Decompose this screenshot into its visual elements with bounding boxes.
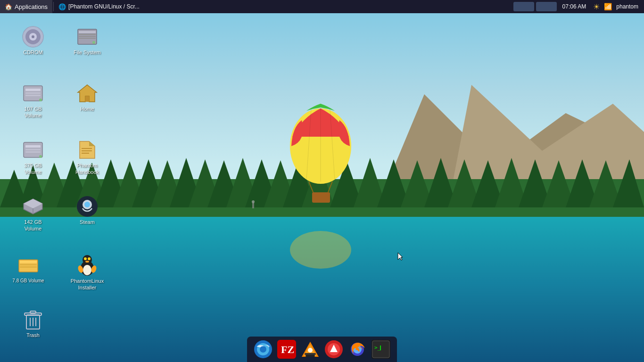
home-icon bbox=[76, 82, 99, 105]
handbook-icon bbox=[76, 139, 99, 161]
vol142-label: 142 GBVolume bbox=[24, 219, 41, 232]
desktop-icon-vol78[interactable]: 7.8 GB Volume bbox=[9, 252, 47, 286]
svg-point-83 bbox=[88, 257, 91, 260]
desktop-icon-installer[interactable]: PhantomLinuxInstaller bbox=[68, 252, 106, 293]
desktop-icon-cdrom[interactable]: CDROM bbox=[14, 24, 52, 58]
cdrom-label: CDROM bbox=[23, 49, 43, 56]
desktop-icon-vol375[interactable]: 375 GBVolume bbox=[14, 137, 52, 178]
vol375-icon bbox=[22, 139, 44, 161]
svg-rect-59 bbox=[25, 95, 41, 96]
panel-btn-2[interactable] bbox=[536, 2, 557, 11]
desktop-icon-handbook[interactable]: PhantomHandbook bbox=[68, 137, 106, 178]
svg-rect-78 bbox=[20, 266, 37, 268]
trash-label: Trash bbox=[26, 332, 40, 338]
svg-point-95 bbox=[260, 346, 266, 353]
svg-point-60 bbox=[39, 99, 42, 101]
svg-rect-68 bbox=[82, 148, 92, 149]
applications-label: Applications bbox=[15, 3, 48, 10]
svg-point-80 bbox=[83, 265, 91, 275]
steam-label: Steam bbox=[80, 219, 95, 225]
filesystem-label: File System bbox=[74, 49, 100, 56]
svg-point-48 bbox=[32, 35, 34, 38]
dock-thunderbird[interactable] bbox=[253, 339, 273, 360]
svg-point-55 bbox=[92, 41, 95, 44]
svg-rect-52 bbox=[79, 34, 96, 35]
trash-icon bbox=[22, 308, 44, 331]
desktop-icon-home[interactable]: Home bbox=[68, 80, 106, 114]
network-icon[interactable]: 📶 bbox=[603, 2, 612, 11]
taskbar: FZ >_ bbox=[247, 337, 397, 362]
svg-rect-64 bbox=[25, 145, 41, 148]
svg-point-82 bbox=[84, 257, 87, 260]
steam-icon bbox=[76, 195, 99, 218]
weather-icon: ☀ bbox=[592, 2, 601, 11]
clock: 07:06 AM bbox=[559, 3, 590, 10]
svg-rect-54 bbox=[79, 38, 96, 39]
active-window-button[interactable]: 🌐 [Phantom GNU/Linux / Scr... bbox=[55, 0, 143, 13]
svg-rect-77 bbox=[20, 264, 37, 265]
svg-rect-92 bbox=[30, 311, 36, 313]
svg-rect-100 bbox=[305, 353, 316, 355]
svg-rect-57 bbox=[25, 89, 41, 91]
svg-point-81 bbox=[83, 255, 92, 264]
vol375-label: 375 GBVolume bbox=[24, 162, 41, 176]
active-window-label: [Phantom GNU/Linux / Scr... bbox=[68, 3, 140, 10]
svg-point-42 bbox=[290, 231, 351, 269]
home-label: Home bbox=[80, 106, 94, 112]
desktop-icon-steam[interactable]: Steam bbox=[68, 193, 106, 227]
svg-rect-41 bbox=[312, 192, 330, 203]
panel-divider-1 bbox=[53, 2, 54, 11]
svg-rect-70 bbox=[82, 153, 89, 154]
svg-point-84 bbox=[85, 261, 89, 263]
svg-rect-65 bbox=[25, 149, 41, 150]
svg-rect-101 bbox=[305, 355, 315, 357]
panel-right: 07:06 AM ☀ 📶 phantom bbox=[513, 0, 644, 13]
username-label: phantom bbox=[614, 3, 640, 10]
svg-rect-69 bbox=[82, 150, 92, 151]
desktop-icon-vol107[interactable]: 107 GBVolume bbox=[14, 80, 52, 121]
desktop-icon-trash[interactable]: Trash bbox=[14, 306, 52, 340]
filesystem-icon bbox=[76, 25, 99, 48]
vol107-icon bbox=[22, 82, 44, 105]
svg-point-67 bbox=[39, 155, 42, 158]
vol107-label: 107 GBVolume bbox=[24, 106, 41, 119]
svg-rect-62 bbox=[85, 96, 89, 102]
svg-rect-111 bbox=[380, 346, 381, 350]
dock-gdebi[interactable] bbox=[323, 339, 344, 360]
svg-rect-66 bbox=[25, 151, 41, 153]
desktop-icon-vol142[interactable]: 142 GBVolume bbox=[14, 193, 52, 234]
installer-label: PhantomLinuxInstaller bbox=[71, 278, 104, 291]
svg-point-74 bbox=[84, 202, 90, 207]
svg-point-44 bbox=[252, 200, 255, 203]
svg-text:>_: >_ bbox=[374, 345, 381, 351]
dock-filezilla[interactable]: FZ bbox=[276, 339, 297, 360]
desktop-icon-filesystem[interactable]: File System bbox=[68, 24, 106, 58]
svg-text:FZ: FZ bbox=[281, 344, 294, 355]
svg-rect-51 bbox=[79, 31, 96, 33]
svg-rect-53 bbox=[79, 36, 96, 37]
dock-terminal[interactable]: >_ bbox=[371, 339, 391, 360]
dock-firefox[interactable] bbox=[347, 339, 368, 360]
dock-vlc[interactable] bbox=[300, 339, 321, 360]
vol142-icon bbox=[22, 195, 44, 218]
applications-menu[interactable]: 🏠 Applications bbox=[0, 0, 52, 13]
svg-point-102 bbox=[308, 348, 313, 353]
panel-btn-1[interactable] bbox=[513, 2, 534, 11]
svg-rect-43 bbox=[252, 203, 254, 208]
top-panel: 🏠 Applications 🌐 [Phantom GNU/Linux / Sc… bbox=[0, 0, 644, 13]
apps-home-icon: 🏠 bbox=[5, 3, 12, 10]
active-window-icon: 🌐 bbox=[58, 3, 66, 10]
handbook-label: PhantomHandbook bbox=[75, 162, 99, 176]
vol78-label: 7.8 GB Volume bbox=[12, 278, 44, 284]
cdrom-icon bbox=[22, 25, 44, 48]
svg-rect-76 bbox=[20, 261, 37, 263]
vol78-icon bbox=[17, 254, 40, 277]
installer-icon bbox=[76, 254, 99, 277]
svg-rect-58 bbox=[25, 92, 41, 94]
